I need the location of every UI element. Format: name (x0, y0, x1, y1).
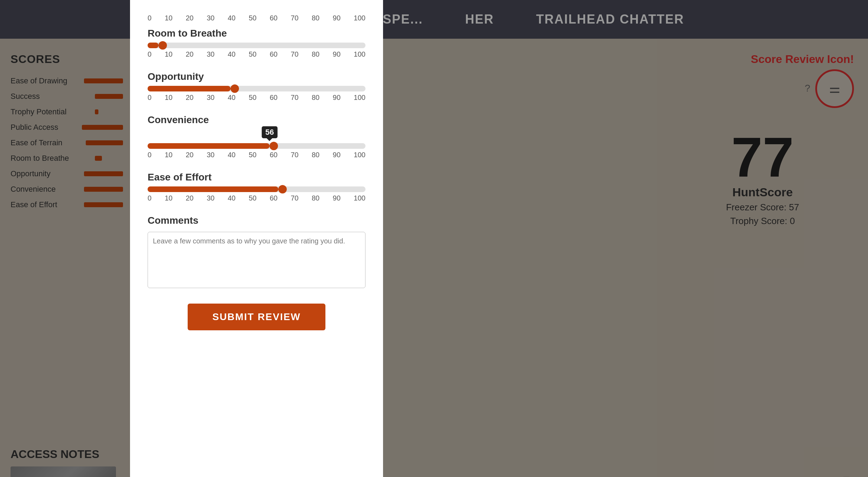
section-title-convenience: Convenience (148, 114, 365, 126)
slider-fill-ease-of-effort (148, 186, 278, 192)
scale-labels-convenience: 01020 304050 607080 90100 (148, 151, 365, 159)
submit-review-button[interactable]: SUBMIT REVIEW (188, 304, 325, 330)
section-title-opportunity: Opportunity (148, 71, 365, 82)
modal-panel: 0 10 20 30 40 50 60 70 80 90 100 Room to… (130, 0, 383, 477)
scale-labels-opportunity: 01020 304050 607080 90100 (148, 94, 365, 102)
top-scale-labels: 0 10 20 30 40 50 60 70 80 90 100 (148, 14, 365, 22)
slider-track-opportunity[interactable] (148, 86, 365, 91)
section-title-ease-of-effort: Ease of Effort (148, 172, 365, 183)
slider-fill-opportunity (148, 86, 231, 91)
slider-fill-room-to-breathe (148, 43, 158, 48)
slider-thumb-opportunity[interactable] (231, 84, 239, 93)
slider-tooltip-convenience: 56 (262, 126, 277, 138)
slider-fill-convenience (148, 143, 270, 149)
slider-track-room-to-breathe[interactable] (148, 43, 365, 48)
slider-thumb-room-to-breathe[interactable] (158, 41, 167, 50)
comments-label: Comments (148, 215, 365, 226)
scale-labels-ease-of-effort: 01020 304050 607080 90100 (148, 194, 365, 202)
slider-thumb-convenience[interactable]: 56 (270, 142, 278, 150)
comments-section: Comments (148, 215, 365, 290)
scale-labels-room-to-breathe: 01020 304050 607080 90100 (148, 50, 365, 58)
modal-overlay: 0 10 20 30 40 50 60 70 80 90 100 Room to… (0, 0, 868, 477)
section-convenience: Convenience 56 01020 304050 607080 90100 (148, 114, 365, 159)
section-title-room-to-breathe: Room to Breathe (148, 28, 365, 39)
section-room-to-breathe: Room to Breathe 01020 304050 607080 9010… (148, 28, 365, 58)
slider-track-convenience[interactable]: 56 (148, 143, 365, 149)
section-ease-of-effort: Ease of Effort 01020 304050 607080 90100 (148, 172, 365, 202)
comments-textarea[interactable] (148, 232, 365, 288)
section-opportunity: Opportunity 01020 304050 607080 90100 (148, 71, 365, 102)
slider-track-ease-of-effort[interactable] (148, 186, 365, 192)
slider-thumb-ease-of-effort[interactable] (278, 185, 287, 193)
